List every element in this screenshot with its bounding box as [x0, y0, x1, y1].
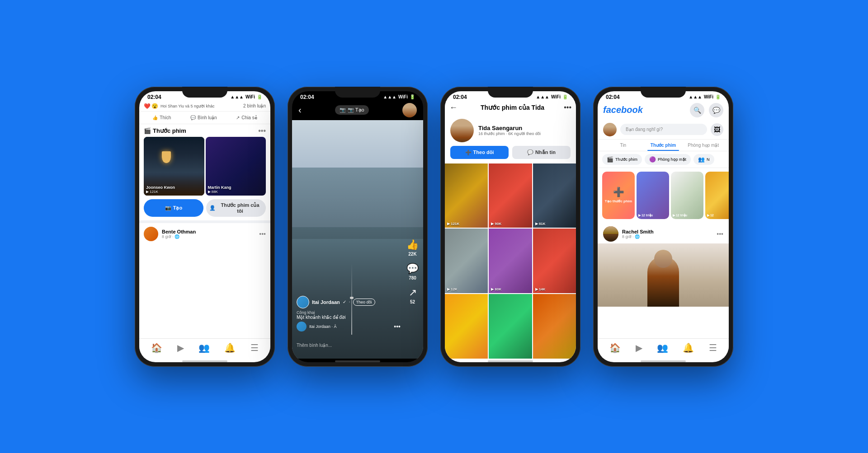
quick-room[interactable]: 🟣 Phòng họp mặt	[645, 154, 691, 165]
more-icon[interactable]: •••	[258, 127, 266, 135]
emoji-heart: ❤️	[144, 103, 151, 109]
messenger-button-4[interactable]: 💬	[709, 103, 723, 117]
camera-icon-2: 📷	[340, 107, 346, 113]
nav-people-4[interactable]: 👥	[657, 342, 668, 353]
add-comment-text[interactable]: Thêm bình luận...	[297, 343, 332, 348]
story-2[interactable]: ▶ 12 triệu	[671, 172, 703, 219]
person-icon: 👤	[209, 205, 216, 211]
feed-more-icon[interactable]: •••	[717, 230, 723, 238]
follow-button[interactable]: Theo dõi	[353, 299, 375, 306]
mosaic-item-6[interactable]: ▶ 14K	[533, 229, 576, 293]
quick-people[interactable]: 👥 N	[693, 154, 714, 165]
video2-label: Martin Kang ▶ 88K	[208, 185, 231, 194]
time-2: 02:04	[300, 94, 314, 100]
section-header: 🎬 Thước phim •••	[139, 124, 270, 137]
phones-container: 02:04 ▲▲▲ WiFi 🔋 ❤️ 😮 Hoi Shan Yiu và 5 …	[117, 69, 751, 385]
video-thumb-2[interactable]: Martin Kang ▶ 88K	[206, 137, 266, 196]
nav-video-4[interactable]: ▶	[636, 342, 642, 353]
comment-action[interactable]: 💬 780	[406, 263, 419, 280]
like-button[interactable]: 👍 Thích	[149, 113, 175, 122]
nav-menu-4[interactable]: ☰	[709, 342, 717, 353]
home-indicator-1	[182, 360, 227, 362]
quick-video[interactable]: 🎬 Thước phim	[602, 154, 642, 165]
nav-home-1[interactable]: 🏠	[151, 342, 162, 353]
signal-icon-2: ▲▲▲	[383, 94, 396, 99]
mosaic-item-3[interactable]: ▶ 81K	[533, 163, 576, 228]
mosaic-item-7[interactable]	[445, 294, 488, 359]
wifi-icon-2: WiFi	[398, 94, 408, 99]
quick-access: 🎬 Thước phim 🟣 Phòng họp mặt 👥 N	[598, 151, 729, 168]
compose-input[interactable]: Bạn đang nghĩ gì?	[620, 124, 707, 135]
bottom-bar-1: 🏠 ▶ 👥 🔔 ☰	[139, 338, 270, 359]
create-button[interactable]: 📷 Tạo	[144, 199, 203, 217]
profile-name: Tida Saengarun	[478, 125, 571, 131]
create-small-button[interactable]: 📷 📷 Tạo	[335, 105, 369, 115]
share-button[interactable]: ↗ Chia sẻ	[232, 113, 260, 122]
comment-more-icon[interactable]: •••	[394, 323, 401, 330]
tab-thuoc-phim[interactable]: Thước phim	[643, 140, 684, 151]
section-title: Thước phim	[153, 127, 258, 134]
nav-bell-1[interactable]: 🔔	[224, 342, 236, 353]
video-full[interactable]: 👍 22K 💬 780 ↗ 52 It	[292, 120, 423, 359]
screen-4: 02:04 ▲▲▲ WiFi 🔋 facebook 🔍 💬 Bạn đang n…	[598, 91, 729, 362]
message-button-3[interactable]: 💬 Nhắn tin	[512, 146, 571, 159]
mosaic-item-9[interactable]	[533, 294, 576, 359]
like-action[interactable]: 👍 22K	[406, 239, 419, 257]
create-reel-label: Tạo thước phim	[605, 199, 632, 204]
like-count: 22K	[408, 252, 416, 257]
story-1[interactable]: ▶ 12 triệu	[637, 172, 669, 219]
mosaic-item-8[interactable]	[489, 294, 532, 359]
notch-1	[182, 87, 227, 98]
back-button-3[interactable]: ←	[449, 103, 458, 112]
compose-placeholder: Bạn đang nghĩ gì?	[626, 127, 663, 132]
share-icon: ↗	[236, 115, 240, 120]
create-reel-button[interactable]: ➕ Tạo thước phim	[602, 172, 635, 219]
compose-avatar	[603, 123, 617, 136]
signal-icon: ▲▲▲	[230, 94, 244, 99]
feed-info: Rachel Smith 8 giờ · 🌐	[622, 229, 654, 239]
share-action[interactable]: ↗ 52	[409, 287, 417, 304]
back-button-2[interactable]: ‹	[298, 105, 302, 115]
battery-icon-4: 🔋	[715, 94, 721, 99]
mosaic-item-2[interactable]: ▶ 90K	[489, 163, 532, 228]
mosaic-item-1[interactable]: ▶ 121K	[445, 163, 488, 228]
like-icon: 👍	[152, 115, 158, 120]
mosaic-count-4: ▶ 12K	[447, 287, 458, 291]
home-indicator-2	[335, 360, 380, 362]
feed-avatar	[603, 226, 618, 242]
more-button-3[interactable]: •••	[564, 103, 571, 112]
nav-bell-4[interactable]: 🔔	[683, 342, 694, 353]
comment-bubble-icon: 💬	[406, 263, 419, 275]
mosaic-item-4[interactable]: ▶ 12K	[445, 229, 488, 293]
search-button-4[interactable]: 🔍	[690, 103, 704, 117]
user-avatar-2	[402, 103, 417, 117]
follow-button-3[interactable]: ➕ Theo dõi	[450, 146, 509, 159]
nav-people-1[interactable]: 👥	[198, 342, 210, 353]
video1-name: Joonseo Kwon	[146, 185, 175, 190]
mosaic-item-5[interactable]: ▶ 80K	[489, 229, 532, 293]
photo-button[interactable]: 🖼	[711, 123, 723, 136]
video-username: Itai Jordaan	[312, 299, 340, 305]
my-videos-button[interactable]: 👤 Thước phim của tôi	[206, 199, 266, 217]
wifi-icon-3: WiFi	[551, 94, 561, 99]
tab-phong-hop[interactable]: Phòng họp mặt	[683, 140, 723, 151]
section-icon: 🎬	[144, 127, 151, 134]
time-3: 02:04	[453, 94, 467, 100]
tab-tin[interactable]: Tin	[603, 140, 643, 151]
notch-2	[335, 87, 380, 98]
comment-text: Itai Jordaan · Â	[309, 324, 337, 329]
comment-count-2: 780	[409, 276, 416, 280]
phone1-content: ❤️ 😮 Hoi Shan Yiu và 5 người khác 2 bình…	[139, 101, 270, 338]
nav-video-1[interactable]: ▶	[177, 342, 184, 353]
battery-icon: 🔋	[257, 94, 262, 99]
feed-video[interactable]	[598, 243, 729, 307]
story-3[interactable]: ▶ 12	[705, 172, 729, 219]
nav-home-4[interactable]: 🏠	[609, 342, 621, 353]
post-more-icon[interactable]: •••	[259, 230, 266, 238]
share-count: 52	[410, 299, 415, 304]
comment-button[interactable]: 💬 Bình luận	[187, 113, 221, 122]
nav-menu-1[interactable]: ☰	[250, 342, 259, 353]
time-1: 02:04	[147, 94, 161, 100]
quick-people-label: N	[707, 157, 710, 162]
video-thumb-1[interactable]: Joonseo Kwon ▶ 121K	[144, 137, 204, 196]
